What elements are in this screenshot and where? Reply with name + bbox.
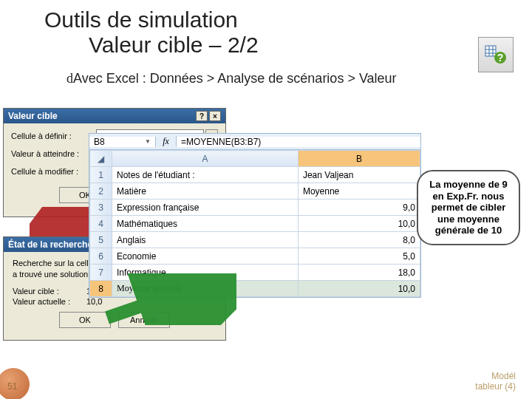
bubble-text: La moyenne de 9 en Exp.Fr. nous permet d… <box>429 179 507 236</box>
cell-a[interactable]: Notes de l'étudiant : <box>112 167 299 183</box>
cell-a[interactable]: Economie <box>112 248 299 265</box>
table-row[interactable]: 6Economie5,0 <box>90 248 420 265</box>
cell-b[interactable]: Moyenne <box>298 183 420 200</box>
cell-b[interactable]: 5,0 <box>298 248 420 265</box>
label-definir: Cellule à définir : <box>11 132 96 140</box>
bullet-glyph: d <box>66 71 73 86</box>
cell-a[interactable]: Anglais <box>112 232 299 248</box>
cell-b[interactable]: Jean Valjean <box>298 167 420 183</box>
table-row[interactable]: 1Notes de l'étudiant :Jean Valjean <box>90 167 420 183</box>
title-line2: Valeur cible – 2/2 <box>89 33 502 58</box>
fx-icon[interactable]: fx <box>156 136 177 147</box>
formula-input[interactable]: =MOYENNE(B3:B7) <box>177 137 420 147</box>
formula-bar: B8 ▼ fx =MOYENNE(B3:B7) <box>89 134 420 150</box>
page-number: 51 <box>7 381 17 392</box>
value-valeur-actuelle: 10,0 <box>86 297 102 306</box>
svg-rect-0 <box>485 46 496 56</box>
cell-a[interactable]: Informatique <box>112 265 299 281</box>
col-header-a[interactable]: A <box>112 151 299 167</box>
ok-button[interactable]: OK <box>59 312 111 328</box>
cell-a[interactable]: Mathématiques <box>112 216 299 232</box>
table-row[interactable]: 2MatièreMoyenne <box>90 183 420 200</box>
row-header[interactable]: 6 <box>90 248 112 265</box>
cell-a[interactable]: Matière <box>112 183 299 200</box>
row-header[interactable]: 7 <box>90 265 112 281</box>
spreadsheet-grid[interactable]: ◢ A B 1Notes de l'étudiant :Jean Valjean… <box>89 150 420 297</box>
footer-line2: tableur (4) <box>475 381 516 392</box>
col-header-b[interactable]: B <box>298 151 420 167</box>
row-header[interactable]: 3 <box>90 200 112 216</box>
cancel-button[interactable]: Annuler <box>118 312 170 328</box>
bullet-text: dAvec Excel : Données > Analyse de scéna… <box>66 71 502 86</box>
title-line1: Outils de simulation <box>44 7 502 33</box>
row-header[interactable]: 2 <box>90 183 112 200</box>
name-box[interactable]: B8 ▼ <box>89 137 156 147</box>
cell-a[interactable]: Moyenne générale <box>112 281 299 297</box>
table-row[interactable]: 4Mathématiques10,0 <box>90 216 420 232</box>
bullet-content: Avec Excel : Données > Analyse de scénar… <box>73 71 397 86</box>
cell-b[interactable]: 10,0 <box>298 281 420 297</box>
row-header[interactable]: 1 <box>90 167 112 183</box>
row-header[interactable]: 4 <box>90 216 112 232</box>
goal-seek-icon: ? <box>478 37 514 72</box>
cell-b[interactable]: 18,0 <box>298 265 420 281</box>
excel-sheet: B8 ▼ fx =MOYENNE(B3:B7) ◢ A B 1Notes de … <box>89 133 421 298</box>
svg-text:?: ? <box>497 52 504 64</box>
dialog-titlebar[interactable]: Valeur cible ? × <box>4 109 225 123</box>
table-row[interactable]: 8Moyenne générale10,0 <box>90 281 420 297</box>
label-valeur-actuelle: Valeur actuelle : <box>13 297 86 306</box>
cell-a[interactable]: Expression française <box>112 200 299 216</box>
footer-line1: Modél <box>491 371 516 381</box>
row-header[interactable]: 5 <box>90 232 112 248</box>
cell-b[interactable]: 10,0 <box>298 216 420 232</box>
row-header[interactable]: 8 <box>90 281 112 297</box>
dialog-title: Valeur cible <box>8 111 58 121</box>
cell-b[interactable]: 8,0 <box>298 232 420 248</box>
cell-reference: B8 <box>94 137 105 147</box>
close-icon[interactable]: × <box>209 111 221 121</box>
cell-b[interactable]: 9,0 <box>298 200 420 216</box>
slide-title: Outils de simulation Valeur cible – 2/2 <box>44 7 502 58</box>
table-row[interactable]: 3Expression française9,0 <box>90 200 420 216</box>
help-icon[interactable]: ? <box>196 111 208 121</box>
chevron-down-icon[interactable]: ▼ <box>145 138 151 145</box>
label-atteindre: Valeur à atteindre : <box>11 149 100 158</box>
table-row[interactable]: 5Anglais8,0 <box>90 232 420 248</box>
status-line2: a trouvé une solution. <box>13 270 90 279</box>
speech-bubble: La moyenne de 9 en Exp.Fr. nous permet d… <box>417 170 520 245</box>
corner-header[interactable]: ◢ <box>90 151 112 167</box>
table-row[interactable]: 7Informatique18,0 <box>90 265 420 281</box>
label-valeur-cible: Valeur cible : <box>13 287 86 296</box>
label-modifier: Cellule à modifier : <box>11 167 96 176</box>
footer-text: Modél tableur (4) <box>475 371 516 392</box>
dialog-title: État de la recherche <box>8 239 92 250</box>
